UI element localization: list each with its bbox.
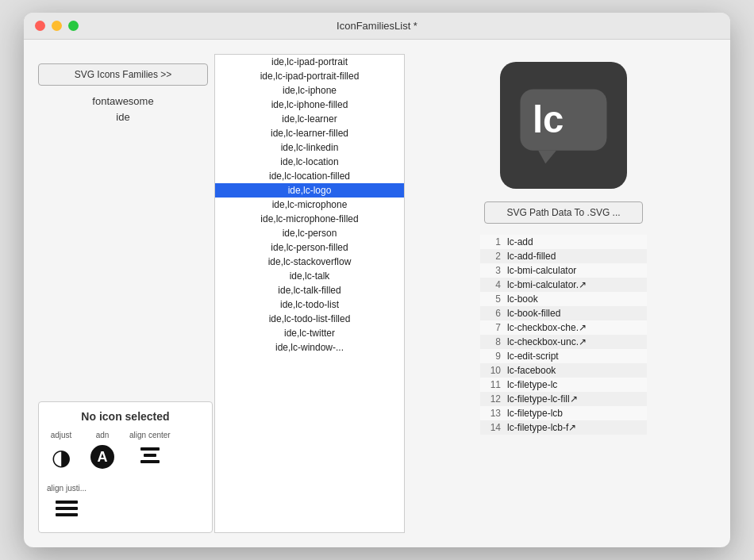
svg-rect-8 [56,513,78,516]
no-icon-label: No icon selected [47,410,204,423]
name-row[interactable]: 10lc-facebook [480,363,647,378]
name-row[interactable]: 11lc-filetype-lc [480,378,647,392]
list-item[interactable]: ide,lc-iphone-filled [215,98,404,112]
list-item[interactable]: ide,lc-learner-filled [215,126,404,140]
icon-label-adjust: adjust [51,431,72,439]
svg-path-btn[interactable]: SVG Path Data To .SVG ... [484,201,643,224]
icon-preview-panel: No icon selected adjust ◑ adn [38,395,208,533]
list-item[interactable]: ide,lc-todo-list [215,297,404,312]
svg-families-button[interactable]: SVG Icons Families >> [38,63,208,86]
name-row[interactable]: 6lc-book-filled [480,306,647,320]
icon-grid: adjust ◑ adn A [47,431,204,524]
align-justify-icon [52,496,81,524]
main-window: IconFamiliesList * SVG Icons Families >>… [24,13,730,547]
name-row[interactable]: 4lc-bmi-calculator.↗ [480,278,647,292]
list-item[interactable]: ide,lc-twitter [215,326,404,340]
family-name: fontawesome ide [38,94,208,125]
list-item[interactable]: ide,lc-learner [215,112,404,126]
svg-marker-12 [538,151,556,163]
list-item[interactable]: ide,lc-microphone [215,198,404,212]
list-item[interactable]: ide,lc-iphone [215,83,404,98]
icon-cell-align-center[interactable]: align center [129,431,171,471]
align-center-icon [136,443,164,471]
icon-list[interactable]: ide,lc-ipad-portrait ide,lc-ipad-portrai… [214,54,405,533]
list-item[interactable]: ide,lc-location [215,155,404,169]
name-row[interactable]: 8lc-checkbox-unc.↗ [480,335,647,349]
list-item[interactable]: ide,lc-linkedin [215,140,404,155]
list-item[interactable]: ide,lc-todo-list-filled [215,312,404,326]
name-row[interactable]: 1lc-add [480,235,647,249]
minimize-button[interactable] [52,21,62,31]
window-title: IconFamiliesList * [337,20,417,32]
list-item[interactable]: ide,lc-stackoverflow [215,255,404,269]
svg-text:A: A [98,449,108,465]
adn-icon: A [88,443,117,471]
icon-label-adn: adn [96,431,110,439]
titlebar: IconFamiliesList * [24,13,730,40]
list-item[interactable]: ide,lc-window-... [215,340,404,355]
name-row[interactable]: 9lc-edit-script [480,349,647,363]
list-item[interactable]: ide,lc-location-filled [215,169,404,183]
name-row[interactable]: 12lc-filetype-lc-fill↗ [480,392,647,406]
list-item[interactable]: ide,lc-talk-filled [215,283,404,297]
close-button[interactable] [35,21,45,31]
list-item[interactable]: ide,lc-microphone-filled [215,212,404,226]
list-item[interactable]: ide,lc-talk [215,269,404,283]
name-row[interactable]: 13lc-filetype-lcb [480,406,647,420]
svg-rect-7 [56,507,78,510]
list-item[interactable]: ide,lc-ipad-portrait [215,55,404,69]
adjust-icon: ◑ [47,443,75,471]
name-row[interactable]: 5lc-book [480,292,647,306]
list-item-selected[interactable]: ide,lc-logo [215,183,404,198]
svg-rect-6 [56,501,78,504]
svg-rect-2 [140,447,160,451]
svg-rect-4 [140,460,160,463]
icon-cell-adjust[interactable]: adjust ◑ [47,431,75,471]
icon-cell-align-justify[interactable]: align justi... [47,484,87,524]
name-row[interactable]: 7lc-checkbox-che.↗ [480,320,647,335]
icon-names-list[interactable]: 1lc-add 2lc-add-filled 3lc-bmi-calculato… [480,235,647,533]
svg-rect-3 [144,454,156,457]
name-row[interactable]: 2lc-add-filled [480,249,647,263]
name-row[interactable]: 14lc-filetype-lcb-f↗ [480,420,647,435]
icon-cell-adn[interactable]: adn A [88,431,117,471]
logo-preview: lc [500,62,627,189]
list-item[interactable]: ide,lc-person [215,226,404,240]
list-item[interactable]: ide,lc-ipad-portrait-filled [215,69,404,83]
icon-label-align-justify: align justi... [47,484,87,493]
name-row[interactable]: 3lc-bmi-calculator [480,263,647,278]
svg-text:lc: lc [533,98,564,140]
maximize-button[interactable] [68,21,79,31]
icon-label-align-center: align center [129,431,171,439]
list-item[interactable]: ide,lc-person-filled [215,240,404,255]
